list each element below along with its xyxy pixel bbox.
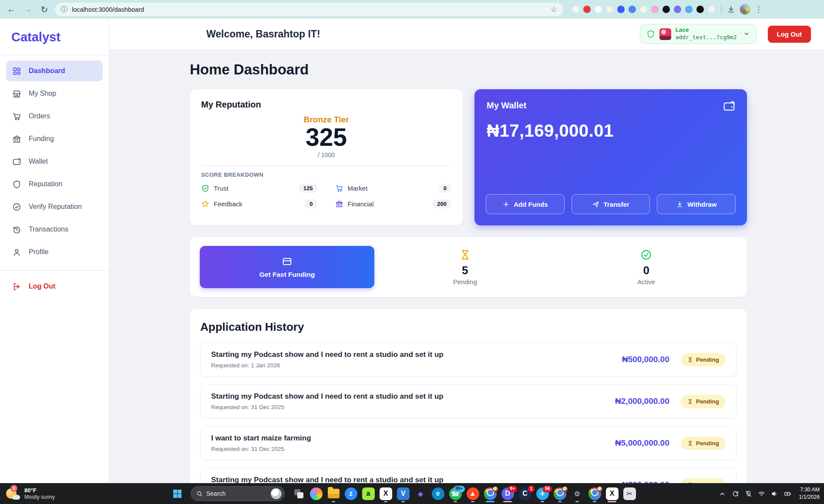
stat-icon (459, 249, 471, 261)
browser-menu-icon[interactable]: ⋮ (755, 5, 763, 14)
app-icon-glyph: C 1 (519, 487, 531, 500)
running-indicator (401, 501, 405, 502)
settings-gear-icon[interactable]: ⚙ (568, 484, 586, 503)
wallet-balance: ₦17,169,000.01 (487, 121, 735, 141)
browser-back-icon[interactable]: ← (5, 4, 17, 14)
application-row[interactable]: Starting my Podcast show and I need to r… (200, 384, 737, 418)
start-button[interactable] (169, 484, 185, 503)
score-breakdown-title: SCORE BREAKDOWN (201, 171, 451, 178)
dark-c-app-icon[interactable]: C 1 (516, 484, 534, 503)
tray-battery-icon[interactable] (784, 490, 791, 497)
task-view-icon[interactable] (290, 484, 307, 503)
ext-robot-icon[interactable] (572, 6, 579, 13)
taskbar-clock[interactable]: 7:30 AM 1/1/2026 (799, 486, 820, 501)
sidebar-item-my-shop[interactable]: My Shop (6, 83, 103, 104)
transfer-button[interactable]: Transfer (572, 194, 650, 214)
sidebar-item-funding[interactable]: Funding (6, 128, 103, 149)
wallet-connect-button[interactable]: Lace addr_test...7cg9m2 (640, 24, 757, 44)
tray-wifi-icon[interactable] (758, 490, 765, 497)
search-icon (196, 491, 203, 497)
withdraw-button[interactable]: Withdraw (657, 194, 736, 214)
tray-chevron-up-icon[interactable] (719, 490, 726, 497)
amazon-a-icon[interactable]: a (360, 484, 377, 503)
capcut-active-icon[interactable]: X (603, 484, 621, 503)
app-logo[interactable]: Catalyst (6, 30, 103, 55)
sidebar-item-dashboard[interactable]: Dashboard (6, 60, 103, 81)
logout-label: Log Out (29, 282, 55, 290)
browser-reload-icon[interactable]: ↻ (38, 4, 50, 15)
nav-item-label: Transactions (29, 225, 68, 233)
sidebar-item-reputation[interactable]: Reputation (6, 174, 103, 195)
clock-time: 7:30 AM (799, 486, 820, 494)
sidebar-item-orders[interactable]: Orders (6, 106, 103, 127)
chrome-profile3-icon[interactable] (586, 484, 603, 503)
chrome-icon[interactable] (481, 484, 499, 503)
ext-grammarly-icon[interactable] (595, 6, 602, 13)
application-row[interactable]: Starting my Podcast show and I need to r… (200, 468, 737, 483)
weather-widget[interactable]: 3 80°F Mostly sunny (0, 487, 55, 501)
bookmark-star-icon[interactable]: ☆ (551, 5, 557, 14)
wallet-button-label: Add Funds (514, 201, 548, 208)
ext-cast-icon[interactable] (606, 6, 613, 13)
status-badge: Pending (681, 353, 726, 366)
ext-blue-wings-icon[interactable] (617, 6, 625, 13)
sidebar-item-profile[interactable]: Profile (6, 242, 103, 262)
file-explorer-icon[interactable] (325, 484, 342, 503)
brave-icon[interactable]: ▲ (464, 484, 481, 503)
nav-item-label: Dashboard (29, 67, 65, 75)
capcut-icon[interactable]: X (377, 484, 394, 503)
browser-profile-avatar[interactable] (740, 4, 750, 15)
obsidian-icon[interactable]: ◆ (412, 484, 429, 503)
tray-volume-icon[interactable] (771, 490, 778, 497)
score-value-badge: 125 (299, 184, 318, 193)
ext-w-circle-icon[interactable] (663, 6, 670, 13)
zoom-icon[interactable]: z (342, 484, 360, 503)
reputation-max: / 1000 (201, 151, 451, 158)
card-icon (282, 256, 293, 267)
downloads-icon[interactable] (727, 5, 735, 13)
app-icon-glyph (293, 487, 305, 500)
discord-icon[interactable]: D 9+ (499, 484, 516, 503)
get-fast-funding-button[interactable]: Get Fast Funding (200, 246, 374, 288)
nav-item-icon (12, 157, 21, 166)
application-row[interactable]: Starting my Podcast show and I need to r… (200, 343, 737, 376)
ext-donut-icon[interactable] (651, 6, 659, 13)
logout-button[interactable]: Log Out (768, 26, 811, 43)
app-icon-glyph: z (345, 487, 357, 500)
snipping-tool-icon[interactable]: ✂ (621, 484, 638, 503)
browser-forward-icon[interactable]: → (22, 4, 34, 14)
edge-icon[interactable]: e (429, 484, 447, 503)
site-info-icon[interactable]: ⓘ (61, 5, 67, 13)
app-icon-glyph (589, 487, 601, 500)
application-row[interactable]: I want to start maize farming Requested … (200, 426, 737, 460)
ext-lastpass-icon[interactable] (583, 6, 591, 13)
nav-item-icon (12, 225, 21, 234)
taskbar-search[interactable]: Search (191, 486, 285, 501)
tray-sync-icon[interactable] (732, 490, 739, 497)
sidebar-logout[interactable]: Log Out (6, 276, 103, 297)
ext-clipboard-icon[interactable] (708, 6, 715, 13)
copilot-icon[interactable] (307, 484, 325, 503)
sidebar-item-verify-reputation[interactable]: Verify Reputation (6, 196, 103, 217)
telegram-icon[interactable]: ✈ 56 (534, 484, 551, 503)
add-funds-button[interactable]: Add Funds (486, 194, 565, 214)
whatsapp-icon[interactable]: ☎ 99+ (447, 484, 464, 503)
url-text[interactable]: localhost:3000/dashboard (72, 6, 546, 13)
sidebar-item-wallet[interactable]: Wallet (6, 151, 103, 172)
ext-chevrons-icon[interactable] (629, 6, 636, 13)
application-history-title: Application History (200, 320, 737, 334)
taskbar: 3 80°F Mostly sunny Search (0, 483, 824, 504)
wallet-button-icon (502, 201, 510, 208)
vscode-icon[interactable]: V (394, 484, 412, 503)
wallet-icon (723, 100, 736, 113)
sidebar: Catalyst Dashboard My Shop Orders (0, 19, 109, 483)
ext-feather-icon[interactable] (685, 6, 693, 13)
running-indicator (608, 501, 616, 502)
sidebar-item-transactions[interactable]: Transactions (6, 219, 103, 240)
ext-gradient-doc-icon[interactable] (674, 6, 681, 13)
address-bar[interactable]: ⓘ localhost:3000/dashboard ☆ (55, 3, 563, 16)
ext-green-mascot-icon[interactable] (640, 6, 647, 13)
tray-location-off-icon[interactable] (745, 490, 752, 497)
ext-black-play-icon[interactable] (696, 6, 704, 13)
chrome-profile2-icon[interactable] (551, 484, 568, 503)
